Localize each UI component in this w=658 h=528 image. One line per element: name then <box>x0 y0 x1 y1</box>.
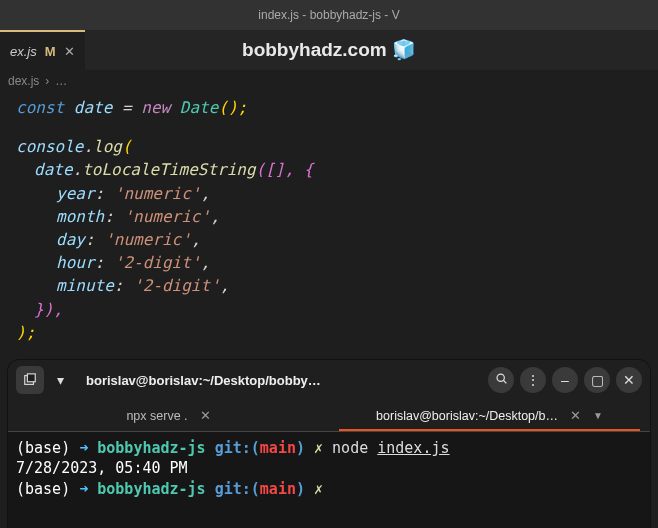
code-line: day: 'numeric', <box>16 228 648 251</box>
code-line: hour: '2-digit', <box>16 251 648 274</box>
terminal-output: 7/28/2023, 05:40 PM <box>16 458 642 478</box>
terminal-tabs: npx serve . ✕ borislav@borislav:~/Deskto… <box>8 400 650 432</box>
search-icon <box>495 372 508 388</box>
code-line: year: 'numeric', <box>16 182 648 205</box>
terminal-tab-active[interactable]: borislav@borislav:~/Desktop/b… ✕ ▼ <box>329 400 650 431</box>
code-editor[interactable]: const date = new Date(); console.log( da… <box>0 92 658 354</box>
code-line: month: 'numeric', <box>16 205 648 228</box>
chevron-down-icon: ▾ <box>57 372 64 388</box>
editor-tabbar: ex.js M ✕ <box>0 30 658 70</box>
breadcrumb-more: … <box>55 74 67 88</box>
maximize-icon: ▢ <box>591 372 604 388</box>
search-button[interactable] <box>488 367 514 393</box>
terminal-line: (base) ➜ bobbyhadz-js git:(main) ✗ <box>16 479 642 499</box>
code-line: const date = new Date(); <box>16 96 648 119</box>
editor-tab-active[interactable]: ex.js M ✕ <box>0 30 85 70</box>
window-titlebar: index.js - bobbyhadz-js - V <box>0 0 658 30</box>
menu-button[interactable]: ⋮ <box>520 367 546 393</box>
new-tab-button[interactable] <box>16 366 44 394</box>
breadcrumb[interactable]: dex.js › … <box>0 70 658 92</box>
terminal-body[interactable]: (base) ➜ bobbyhadz-js git:(main) ✗ node … <box>8 432 650 528</box>
tab-filename: ex.js <box>10 44 37 59</box>
code-line: minute: '2-digit', <box>16 274 648 297</box>
dropdown-button[interactable]: ▾ <box>50 366 70 394</box>
svg-rect-1 <box>27 374 35 382</box>
kebab-icon: ⋮ <box>526 372 540 388</box>
chevron-right-icon: › <box>45 74 49 88</box>
terminal-tab[interactable]: npx serve . ✕ <box>8 400 329 431</box>
chevron-down-icon[interactable]: ▼ <box>593 410 603 421</box>
close-icon[interactable]: ✕ <box>64 44 75 59</box>
code-line: }), <box>16 298 648 321</box>
close-icon: ✕ <box>623 372 635 388</box>
minimize-icon: – <box>561 372 569 388</box>
close-icon[interactable]: ✕ <box>570 408 581 423</box>
close-icon[interactable]: ✕ <box>200 408 211 423</box>
close-button[interactable]: ✕ <box>616 367 642 393</box>
maximize-button[interactable]: ▢ <box>584 367 610 393</box>
terminal-window: ▾ borislav@borislav:~/Desktop/bobbyhadz-… <box>8 360 650 528</box>
terminal-header: ▾ borislav@borislav:~/Desktop/bobbyhadz-… <box>8 360 650 400</box>
terminal-title: borislav@borislav:~/Desktop/bobbyhadz-r… <box>76 373 336 388</box>
terminal-line: (base) ➜ bobbyhadz-js git:(main) ✗ node … <box>16 438 642 458</box>
code-line: ); <box>16 321 648 344</box>
breadcrumb-file: dex.js <box>8 74 39 88</box>
svg-point-2 <box>497 374 504 381</box>
tab-modified-marker: M <box>45 44 56 59</box>
code-line: date.toLocaleTimeString([], { <box>16 158 648 181</box>
code-line: console.log( <box>16 135 648 158</box>
window-title: index.js - bobbyhadz-js - V <box>258 8 399 22</box>
minimize-button[interactable]: – <box>552 367 578 393</box>
svg-line-3 <box>503 381 506 384</box>
